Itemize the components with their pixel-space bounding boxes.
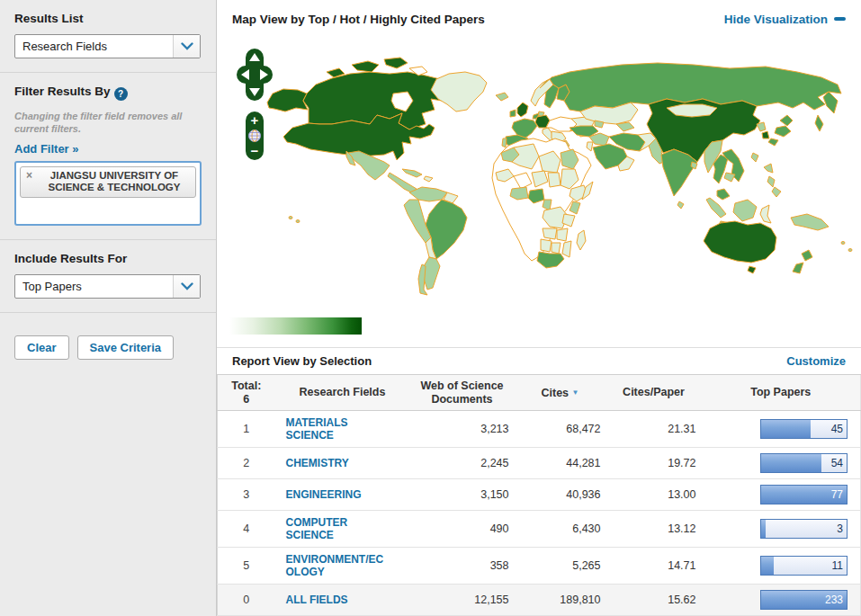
save-criteria-button[interactable]: Save Criteria xyxy=(77,335,175,360)
chevron-down-icon[interactable] xyxy=(173,275,200,298)
sulawesi xyxy=(760,205,771,223)
map-country-philippines xyxy=(767,176,775,187)
table-row: 1MATERIALS SCIENCE3,21368,47221.3145 xyxy=(218,411,861,448)
hawaii-island xyxy=(289,217,292,219)
filter-tag[interactable]: × JIANGSU UNIVERSITY OF SCIENCE & TECHNO… xyxy=(20,166,196,198)
map-pan-control[interactable] xyxy=(237,49,273,101)
map-country-zambia xyxy=(557,228,568,241)
sakhalin xyxy=(815,115,823,131)
globe-icon[interactable] xyxy=(249,130,261,142)
top-papers-cell: 54 xyxy=(702,448,861,479)
cites-per-paper-cell: 13.00 xyxy=(606,479,702,511)
new-guinea xyxy=(791,214,829,230)
column-top-papers[interactable]: Top Papers xyxy=(702,375,861,411)
map-view-header: Map View by Top / Hot / Highly Cited Pap… xyxy=(217,0,861,38)
column-cites-per-paper[interactable]: Cites/Paper xyxy=(606,375,702,411)
top-papers-cell: 77 xyxy=(702,479,861,511)
zoom-in-button[interactable]: + xyxy=(251,112,259,128)
map-country-japan[interactable] xyxy=(775,126,791,137)
map-country-australia[interactable] xyxy=(704,221,776,263)
research-field-link[interactable]: ENVIRONMENT/ECOLOGY xyxy=(286,553,387,578)
table-row: 0ALL FIELDS12,155189,81015.62233 xyxy=(218,585,861,616)
chevron-down-icon[interactable] xyxy=(173,35,200,58)
caucasus xyxy=(595,121,604,128)
top-papers-bar: 45 xyxy=(760,419,848,439)
table-header-row: Total: 6 Research Fields Web of Science … xyxy=(218,375,861,411)
add-filter-link[interactable]: Add Filter » xyxy=(14,142,79,156)
customize-link[interactable]: Customize xyxy=(786,354,846,368)
map-country-argentina[interactable] xyxy=(424,257,440,290)
top-papers-cell: 233 xyxy=(702,585,861,616)
pacific-island xyxy=(848,249,852,252)
top-papers-cell: 11 xyxy=(702,548,861,585)
report-table: Total: 6 Research Fields Web of Science … xyxy=(217,374,861,616)
zoom-out-button[interactable]: − xyxy=(251,143,259,158)
active-filters-box: × JIANGSU UNIVERSITY OF SCIENCE & TECHNO… xyxy=(14,161,202,226)
cites-cell: 189,810 xyxy=(515,585,606,616)
research-field-cell: CHEMISTRY xyxy=(275,448,410,479)
app-root: Results List Research Fields Filter Resu… xyxy=(0,0,861,616)
collapse-icon[interactable] xyxy=(834,17,846,21)
top-papers-value: 11 xyxy=(832,559,843,572)
column-cites-sorted[interactable]: Cites ▼ xyxy=(515,375,606,411)
filter-tag-label: JIANGSU UNIVERSITY OF SCIENCE & TECHNOLO… xyxy=(49,170,181,192)
top-papers-bar: 54 xyxy=(760,453,848,473)
rank-cell: 4 xyxy=(218,511,275,548)
west-africa xyxy=(510,187,528,200)
top-papers-value: 233 xyxy=(825,594,843,606)
cites-cell: 5,265 xyxy=(515,548,606,585)
levant xyxy=(587,142,593,151)
pacific-island xyxy=(841,242,845,245)
research-field-link[interactable]: ENGINEERING xyxy=(286,488,387,501)
map-country-alaska[interactable] xyxy=(267,89,308,112)
include-results-section: Include Results For Top Papers xyxy=(0,239,216,312)
filter-note: Changing the filter field removes all cu… xyxy=(14,110,185,135)
map-country-cuba xyxy=(402,169,422,177)
remove-filter-icon[interactable]: × xyxy=(26,170,32,182)
rank-cell: 5 xyxy=(218,548,275,585)
help-icon[interactable]: ? xyxy=(114,87,128,101)
map-country-new-zealand[interactable] xyxy=(802,250,812,261)
research-field-link[interactable]: MATERIALS SCIENCE xyxy=(286,416,387,442)
research-field-cell: COMPUTER SCIENCE xyxy=(275,511,410,548)
include-results-select[interactable]: Top Papers xyxy=(14,274,201,299)
main-panel: Map View by Top / Hot / Highly Cited Pap… xyxy=(217,0,861,616)
map-country-new-zealand[interactable] xyxy=(793,263,803,273)
hide-visualization-link[interactable]: Hide Visualization xyxy=(724,13,828,26)
column-research-fields[interactable]: Research Fields xyxy=(275,375,410,411)
world-map-choropleth[interactable]: + − xyxy=(217,38,861,344)
report-table-body: 1MATERIALS SCIENCE3,21368,47221.31452CHE… xyxy=(218,411,861,616)
map-country-south-africa[interactable] xyxy=(537,252,564,268)
top-papers-value: 3 xyxy=(837,522,843,535)
research-field-link[interactable]: CHEMISTRY xyxy=(286,457,387,469)
column-wos-documents[interactable]: Web of Science Documents xyxy=(410,375,515,411)
map-country-greenland[interactable] xyxy=(431,72,487,112)
wos-documents-cell: 490 xyxy=(410,511,515,548)
borneo xyxy=(733,200,757,221)
map-country-chad xyxy=(548,173,561,187)
clear-button[interactable]: Clear xyxy=(14,335,69,360)
research-field-link[interactable]: COMPUTER SCIENCE xyxy=(286,516,387,541)
top-papers-value: 45 xyxy=(831,423,843,435)
sidebar: Results List Research Fields Filter Resu… xyxy=(0,0,217,616)
cites-cell: 44,281 xyxy=(515,448,606,479)
top-papers-cell: 3 xyxy=(702,511,861,548)
rank-cell: 3 xyxy=(218,479,275,511)
research-field-link[interactable]: ALL FIELDS xyxy=(286,594,387,606)
map-country-uk[interactable] xyxy=(517,103,528,117)
research-field-cell: ALL FIELDS xyxy=(275,585,410,616)
map-country-philippines xyxy=(772,187,781,197)
cites-per-paper-cell: 14.71 xyxy=(606,548,702,585)
total-count: 6 xyxy=(220,393,274,406)
include-results-selected-value: Top Papers xyxy=(15,275,173,298)
rank-cell: 1 xyxy=(218,411,275,448)
wos-documents-cell: 3,150 xyxy=(410,479,515,511)
arctic-island xyxy=(384,58,408,68)
map-zoom-control[interactable]: + − xyxy=(246,112,264,160)
include-results-heading: Include Results For xyxy=(14,252,202,265)
results-list-select[interactable]: Research Fields xyxy=(14,34,201,58)
map-country-madagascar xyxy=(577,230,586,250)
arctic-island xyxy=(352,61,379,72)
table-row: 5ENVIRONMENT/ECOLOGY3585,26514.7111 xyxy=(218,548,861,585)
map-country-japan[interactable] xyxy=(780,115,793,126)
